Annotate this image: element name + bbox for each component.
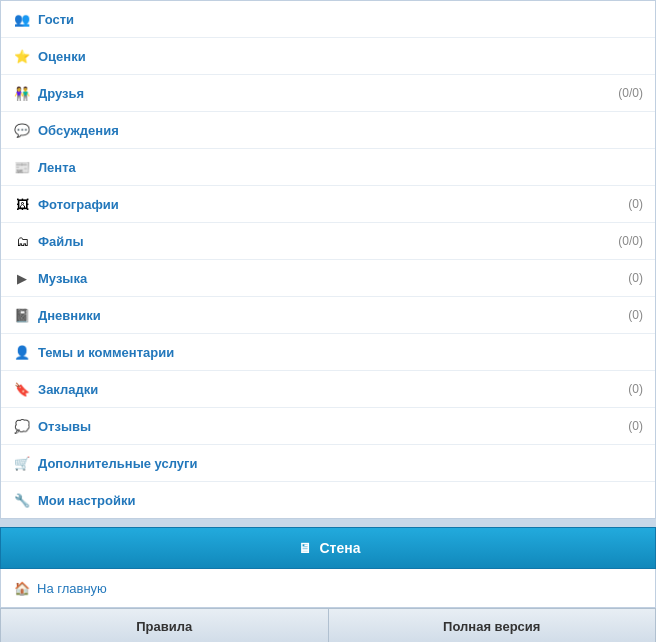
menu-item-label-files: Файлы xyxy=(38,234,84,249)
menu-item-count-photos: (0) xyxy=(628,197,643,211)
menu-item-left-music: Музыка xyxy=(13,269,87,287)
menu-item-left-reviews: Отзывы xyxy=(13,417,91,435)
wall-button[interactable]: Стена xyxy=(0,527,656,569)
menu-item-left-diary: Дневники xyxy=(13,306,101,324)
discussions-icon xyxy=(13,121,31,139)
reviews-icon xyxy=(13,417,31,435)
menu-item-feed[interactable]: Лента xyxy=(1,149,655,186)
menu-item-diary[interactable]: Дневники(0) xyxy=(1,297,655,334)
menu-item-left-feed: Лента xyxy=(13,158,76,176)
menu-item-left-ratings: Оценки xyxy=(13,47,86,65)
menu-item-label-discussions: Обсуждения xyxy=(38,123,119,138)
files-icon xyxy=(13,232,31,250)
feed-icon xyxy=(13,158,31,176)
home-link-label: На главную xyxy=(37,581,107,596)
menu-item-left-themes: Темы и комментарии xyxy=(13,343,174,361)
menu-item-left-guests: Гости xyxy=(13,10,74,28)
menu-item-count-music: (0) xyxy=(628,271,643,285)
menu-item-count-bookmarks: (0) xyxy=(628,382,643,396)
services-icon xyxy=(13,454,31,472)
menu-item-photos[interactable]: Фотографии(0) xyxy=(1,186,655,223)
wall-button-label: Стена xyxy=(320,540,361,556)
bookmarks-icon xyxy=(13,380,31,398)
menu-item-count-files: (0/0) xyxy=(618,234,643,248)
menu-item-left-settings: Мои настройки xyxy=(13,491,135,509)
menu-list: ГостиОценкиДрузья(0/0)ОбсужденияЛентаФот… xyxy=(0,0,656,519)
menu-item-label-ratings: Оценки xyxy=(38,49,86,64)
menu-item-left-photos: Фотографии xyxy=(13,195,119,213)
menu-item-label-services: Дополнительные услуги xyxy=(38,456,197,471)
music-icon xyxy=(13,269,31,287)
settings-icon xyxy=(13,491,31,509)
fullversion-button[interactable]: Полная версия xyxy=(328,608,657,642)
friends-icon xyxy=(13,84,31,102)
footer-buttons: Правила Полная версия xyxy=(0,608,656,642)
menu-item-label-friends: Друзья xyxy=(38,86,84,101)
menu-item-label-bookmarks: Закладки xyxy=(38,382,98,397)
menu-item-settings[interactable]: Мои настройки xyxy=(1,482,655,518)
menu-item-left-friends: Друзья xyxy=(13,84,84,102)
menu-item-left-services: Дополнительные услуги xyxy=(13,454,197,472)
photos-icon xyxy=(13,195,31,213)
menu-item-count-diary: (0) xyxy=(628,308,643,322)
menu-item-label-diary: Дневники xyxy=(38,308,101,323)
menu-item-reviews[interactable]: Отзывы(0) xyxy=(1,408,655,445)
home-link[interactable]: На главную xyxy=(0,569,656,608)
menu-item-label-reviews: Отзывы xyxy=(38,419,91,434)
home-icon xyxy=(13,579,31,597)
menu-item-bookmarks[interactable]: Закладки(0) xyxy=(1,371,655,408)
themes-icon xyxy=(13,343,31,361)
wall-icon xyxy=(296,539,314,557)
menu-item-count-reviews: (0) xyxy=(628,419,643,433)
menu-item-left-files: Файлы xyxy=(13,232,84,250)
bottom-section: Стена На главную Правила Полная версия xyxy=(0,527,656,642)
menu-item-themes[interactable]: Темы и комментарии xyxy=(1,334,655,371)
menu-item-services[interactable]: Дополнительные услуги xyxy=(1,445,655,482)
menu-item-guests[interactable]: Гости xyxy=(1,1,655,38)
menu-item-count-friends: (0/0) xyxy=(618,86,643,100)
menu-item-label-feed: Лента xyxy=(38,160,76,175)
main-container: ГостиОценкиДрузья(0/0)ОбсужденияЛентаФот… xyxy=(0,0,656,642)
menu-item-label-photos: Фотографии xyxy=(38,197,119,212)
menu-item-ratings[interactable]: Оценки xyxy=(1,38,655,75)
menu-item-label-music: Музыка xyxy=(38,271,87,286)
menu-item-left-bookmarks: Закладки xyxy=(13,380,98,398)
menu-item-label-guests: Гости xyxy=(38,12,74,27)
menu-item-friends[interactable]: Друзья(0/0) xyxy=(1,75,655,112)
menu-item-label-settings: Мои настройки xyxy=(38,493,135,508)
menu-item-label-themes: Темы и комментарии xyxy=(38,345,174,360)
diary-icon xyxy=(13,306,31,324)
menu-item-left-discussions: Обсуждения xyxy=(13,121,119,139)
menu-item-files[interactable]: Файлы(0/0) xyxy=(1,223,655,260)
guests-icon xyxy=(13,10,31,28)
menu-item-music[interactable]: Музыка(0) xyxy=(1,260,655,297)
menu-item-discussions[interactable]: Обсуждения xyxy=(1,112,655,149)
ratings-icon xyxy=(13,47,31,65)
rules-button[interactable]: Правила xyxy=(0,608,328,642)
